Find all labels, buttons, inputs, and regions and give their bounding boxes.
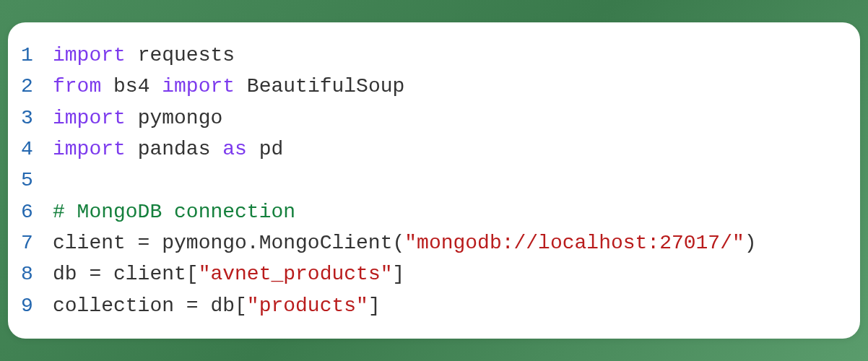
code-content: # MongoDB connection xyxy=(53,196,295,227)
line-number: 4 xyxy=(21,134,53,165)
code-line: 6# MongoDB connection xyxy=(21,196,846,227)
code-block: 1import requests2from bs4 import Beautif… xyxy=(8,22,860,339)
token-str: "mongodb://localhost:27017/" xyxy=(404,232,744,254)
code-content: from bs4 import BeautifulSoup xyxy=(53,71,404,102)
code-content: client = pymongo.MongoClient("mongodb://… xyxy=(53,227,757,258)
code-line: 3import pymongo xyxy=(21,103,846,134)
token-kw: import xyxy=(162,75,235,97)
token-kw: from xyxy=(53,75,101,97)
code-content: collection = db["products"] xyxy=(53,290,381,321)
token-txt: db = client[ xyxy=(53,263,199,285)
line-number: 5 xyxy=(21,165,53,196)
code-content: import pandas as pd xyxy=(53,134,283,165)
token-txt: ] xyxy=(368,295,381,317)
token-kw: import xyxy=(53,107,126,129)
code-content: import pymongo xyxy=(53,103,222,134)
code-line: 7client = pymongo.MongoClient("mongodb:/… xyxy=(21,227,846,258)
token-txt: BeautifulSoup xyxy=(235,75,404,97)
token-kw: import xyxy=(53,138,126,160)
code-line: 4import pandas as pd xyxy=(21,134,846,165)
token-txt: ) xyxy=(745,232,757,254)
code-content: db = client["avnet_products"] xyxy=(53,258,404,290)
line-number: 7 xyxy=(21,227,53,258)
code-line: 5 xyxy=(21,165,846,196)
line-number: 2 xyxy=(21,71,53,102)
token-kw: import xyxy=(53,44,126,66)
token-kw: as xyxy=(222,138,247,160)
token-str: "avnet_products" xyxy=(199,263,393,285)
line-number: 9 xyxy=(21,290,53,321)
token-txt: pandas xyxy=(126,138,222,160)
code-line: 9collection = db["products"] xyxy=(21,290,846,321)
token-txt: bs4 xyxy=(101,75,162,97)
token-cmt: # MongoDB connection xyxy=(53,201,295,223)
line-number: 3 xyxy=(21,103,53,134)
token-txt: client = pymongo.MongoClient( xyxy=(53,232,404,254)
line-number: 1 xyxy=(21,40,53,71)
token-txt: requests xyxy=(126,44,235,66)
token-txt: collection = db[ xyxy=(53,295,247,317)
token-str: "products" xyxy=(247,295,368,317)
token-txt: ] xyxy=(392,263,404,285)
line-number: 8 xyxy=(21,258,53,290)
code-line: 8db = client["avnet_products"] xyxy=(21,258,846,290)
code-content: import requests xyxy=(53,40,235,71)
code-line: 2from bs4 import BeautifulSoup xyxy=(21,71,846,102)
token-txt: pd xyxy=(247,138,283,160)
code-line: 1import requests xyxy=(21,40,846,71)
line-number: 6 xyxy=(21,196,53,227)
token-txt: pymongo xyxy=(126,107,222,129)
